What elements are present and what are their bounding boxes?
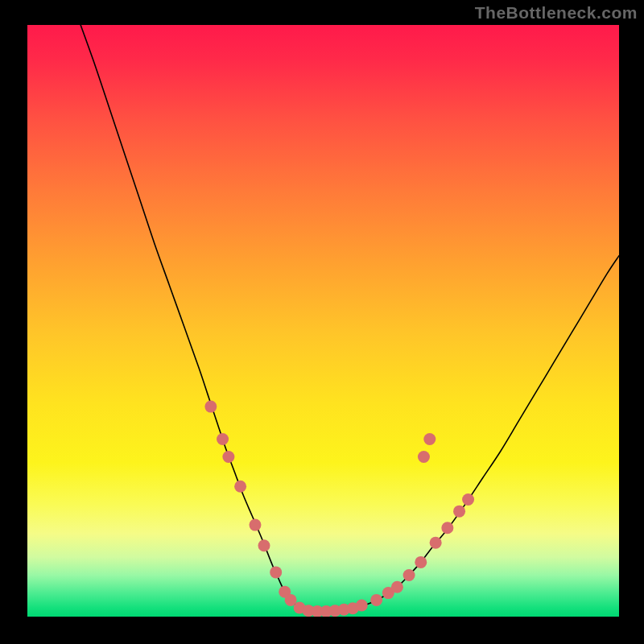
watermark-text: TheBottleneck.com [475, 3, 638, 23]
plot-area [27, 25, 619, 617]
chart-frame: TheBottleneck.com [0, 0, 644, 644]
chart-canvas [27, 25, 619, 617]
